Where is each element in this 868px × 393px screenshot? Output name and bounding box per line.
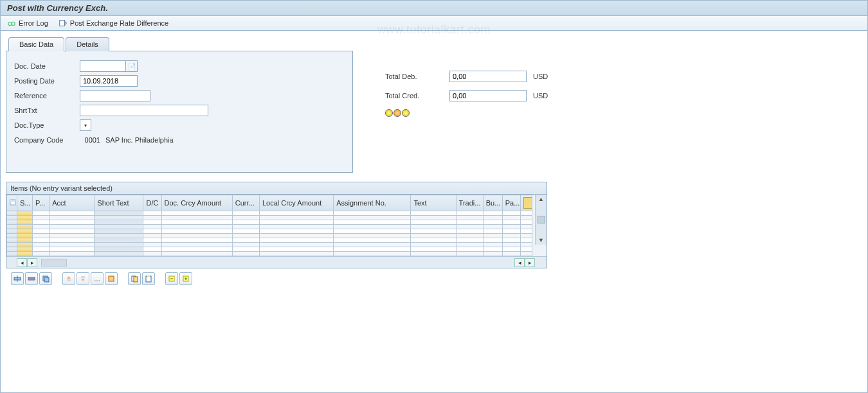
table-row[interactable]	[7, 252, 532, 256]
cell[interactable]	[411, 216, 456, 220]
cell[interactable]	[411, 225, 456, 229]
cell[interactable]	[520, 238, 532, 243]
cell[interactable]	[143, 225, 161, 229]
cell[interactable]	[259, 220, 333, 225]
row-handle[interactable]	[17, 247, 33, 252]
cell[interactable]	[456, 229, 483, 234]
cell[interactable]	[50, 211, 95, 216]
scroll-right-icon[interactable]: ▸	[27, 258, 37, 267]
row-selector[interactable]	[7, 243, 17, 247]
cell[interactable]	[411, 220, 456, 225]
cell[interactable]	[259, 252, 333, 256]
cell[interactable]	[33, 216, 50, 220]
cell[interactable]	[95, 216, 143, 220]
cell[interactable]	[161, 247, 232, 252]
column-config-icon[interactable]	[523, 197, 532, 209]
cell[interactable]	[50, 243, 95, 247]
cell[interactable]	[520, 225, 532, 229]
cell[interactable]	[456, 225, 483, 229]
cell[interactable]	[143, 252, 161, 256]
cell[interactable]	[334, 220, 411, 225]
col-assignment-no[interactable]: Assignment No.	[334, 195, 411, 211]
row-handle[interactable]	[17, 252, 33, 256]
cell[interactable]	[95, 234, 143, 238]
cell[interactable]	[232, 229, 259, 234]
cell[interactable]	[232, 211, 259, 216]
cell[interactable]	[95, 229, 143, 234]
cell[interactable]	[143, 216, 161, 220]
col-curr[interactable]: Curr...	[232, 195, 259, 211]
shrttxt-input[interactable]	[80, 105, 208, 116]
table-row[interactable]	[7, 211, 532, 216]
row-handle[interactable]	[17, 234, 33, 238]
error-log-button[interactable]: Error Log	[7, 19, 48, 28]
cell[interactable]	[50, 252, 95, 256]
cell[interactable]	[33, 229, 50, 234]
cell[interactable]	[259, 238, 333, 243]
cell[interactable]	[50, 238, 95, 243]
col-acct[interactable]: Acct	[50, 195, 95, 211]
cell[interactable]	[502, 225, 520, 229]
cell[interactable]	[95, 247, 143, 252]
cell[interactable]	[502, 238, 520, 243]
cell[interactable]	[33, 225, 50, 229]
cell[interactable]	[161, 238, 232, 243]
paste-button[interactable]	[142, 272, 155, 285]
row-handle[interactable]	[17, 220, 33, 225]
col-s[interactable]: S...	[17, 195, 33, 211]
cell[interactable]	[143, 229, 161, 234]
col-configure[interactable]	[520, 195, 532, 211]
row-selector[interactable]	[7, 211, 17, 216]
cell[interactable]	[334, 229, 411, 234]
cell[interactable]	[411, 234, 456, 238]
row-selector[interactable]	[7, 225, 17, 229]
cell[interactable]	[232, 220, 259, 225]
cell[interactable]	[456, 234, 483, 238]
cell[interactable]	[334, 252, 411, 256]
cell[interactable]	[33, 238, 50, 243]
table-row[interactable]	[7, 247, 532, 252]
row-selector[interactable]	[7, 229, 17, 234]
row-handle[interactable]	[17, 225, 33, 229]
insert-row-button[interactable]	[11, 272, 24, 285]
row-selector[interactable]	[7, 238, 17, 243]
cell[interactable]	[411, 229, 456, 234]
cell[interactable]	[456, 252, 483, 256]
cell[interactable]	[259, 211, 333, 216]
row-handle[interactable]	[17, 229, 33, 234]
cell[interactable]	[33, 234, 50, 238]
cell[interactable]	[411, 247, 456, 252]
sort-desc-button[interactable]	[77, 272, 89, 285]
cell[interactable]	[502, 247, 520, 252]
cell[interactable]	[456, 220, 483, 225]
cell[interactable]	[502, 234, 520, 238]
cell[interactable]	[33, 211, 50, 216]
cell[interactable]	[95, 220, 143, 225]
posting-date-input[interactable]	[80, 75, 138, 87]
cell[interactable]	[143, 234, 161, 238]
cell[interactable]	[95, 252, 143, 256]
table-row[interactable]	[7, 243, 532, 247]
cell[interactable]	[334, 211, 411, 216]
cell[interactable]	[334, 225, 411, 229]
delete-row-button[interactable]	[25, 272, 38, 285]
cell[interactable]	[334, 243, 411, 247]
cell[interactable]	[33, 252, 50, 256]
cell[interactable]	[50, 216, 95, 220]
col-p[interactable]: P...	[33, 195, 50, 211]
cell[interactable]	[259, 229, 333, 234]
cell[interactable]	[259, 247, 333, 252]
cell[interactable]	[334, 247, 411, 252]
row-selector[interactable]	[7, 247, 17, 252]
cell[interactable]	[232, 238, 259, 243]
col-tradi[interactable]: Tradi...	[456, 195, 483, 211]
post-diff-button[interactable]: Post Exchange Rate Difference	[59, 19, 168, 28]
col-doc-crcy-amount[interactable]: Doc. Crcy Amount	[161, 195, 232, 211]
cell[interactable]	[520, 229, 532, 234]
cell[interactable]	[483, 211, 502, 216]
cell[interactable]	[456, 243, 483, 247]
col-pa[interactable]: Pa...	[502, 195, 520, 211]
cell[interactable]	[232, 243, 259, 247]
cell[interactable]	[520, 247, 532, 252]
cell[interactable]	[232, 247, 259, 252]
